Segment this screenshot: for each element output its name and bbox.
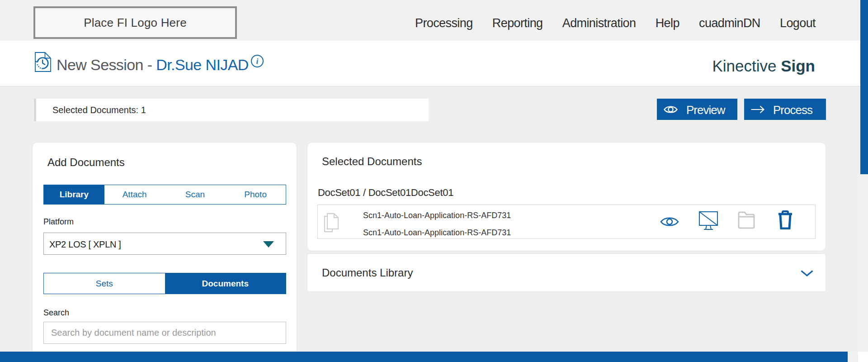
svg-text:i: i — [256, 57, 259, 65]
